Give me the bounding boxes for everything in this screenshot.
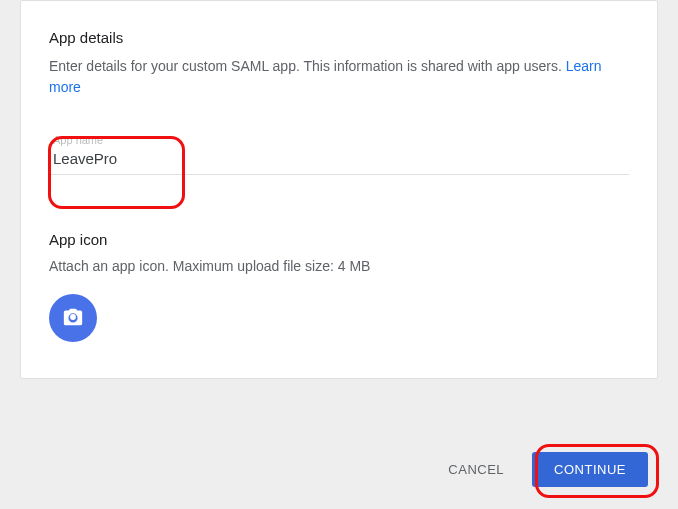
camera-icon bbox=[62, 306, 84, 331]
app-name-label: App name bbox=[53, 134, 625, 146]
app-details-desc-text: Enter details for your custom SAML app. … bbox=[49, 58, 566, 74]
app-name-input[interactable] bbox=[53, 150, 625, 167]
upload-icon-button[interactable] bbox=[49, 294, 97, 342]
footer-actions: CANCEL CONTINUE bbox=[438, 452, 648, 487]
app-details-title: App details bbox=[49, 29, 629, 46]
app-details-description: Enter details for your custom SAML app. … bbox=[49, 56, 629, 98]
continue-button[interactable]: CONTINUE bbox=[532, 452, 648, 487]
cancel-button[interactable]: CANCEL bbox=[438, 454, 514, 485]
app-details-card: App details Enter details for your custo… bbox=[20, 0, 658, 379]
app-name-field[interactable]: App name bbox=[49, 126, 629, 175]
app-icon-description: Attach an app icon. Maximum upload file … bbox=[49, 258, 629, 274]
app-icon-title: App icon bbox=[49, 231, 629, 248]
